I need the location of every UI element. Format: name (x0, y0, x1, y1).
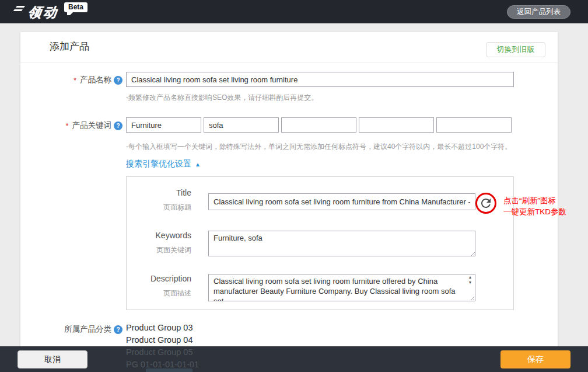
product-name-label: 产品名称 (80, 75, 111, 85)
product-group-item[interactable]: Product Group 03 (126, 322, 199, 334)
seo-settings-toggle-label: 搜索引擎优化设置 (126, 159, 191, 169)
keyword-input-3[interactable] (281, 117, 356, 133)
seo-settings-toggle[interactable]: 搜索引擎优化设置 ▲ (126, 159, 201, 169)
seo-keywords-label: Keywords (127, 231, 191, 240)
product-name-hint: -频繁修改产品名称直接影响SEO效果，请仔细斟酌后再提交。 (126, 93, 318, 103)
help-icon[interactable]: ? (114, 76, 123, 85)
seo-title-sublabel: 页面标题 (127, 203, 191, 213)
keyword-inputs-row (126, 117, 514, 133)
save-button[interactable]: 保存 (501, 350, 570, 368)
textarea-scrollbar[interactable]: ▲ ▼ (466, 275, 474, 296)
refresh-highlight-circle (475, 193, 496, 214)
screen: 领动 Beta 返回产品列表 添加产品 切换到旧版 * 产品名称 ? -频繁修改… (0, 0, 588, 372)
product-name-input[interactable] (126, 72, 514, 87)
top-header: 领动 Beta 返回产品列表 (0, 0, 588, 23)
seo-keywords-sublabel: 页面关键词 (127, 245, 191, 255)
product-keywords-label: 产品关键词 (72, 120, 112, 131)
keyword-input-4[interactable] (359, 117, 434, 133)
product-name-label-row: * 产品名称 ? (47, 75, 123, 85)
page-title: 添加产品 (50, 40, 89, 53)
product-group-list: Product Group 03 Product Group 04 Produc… (126, 322, 199, 371)
keywords-hint: -每个输入框填写一个关键词，除特殊写法外，单词之间无需添加任何标点符号，建议40… (126, 142, 512, 152)
cancel-button[interactable]: 取消 (18, 350, 88, 368)
seo-description-label: Description (127, 274, 191, 283)
help-icon[interactable]: ? (114, 325, 123, 334)
product-group-item[interactable]: Product Group 04 (126, 334, 199, 346)
collapse-arrow-icon: ▲ (195, 161, 201, 168)
seo-description-field: Classical living room sofa set living ro… (208, 274, 475, 301)
product-keywords-label-row: * 产品关键词 ? (35, 120, 123, 131)
partially-hidden-group-highlight (146, 368, 192, 372)
beta-badge: Beta (64, 2, 88, 12)
logo-speedline-icon (16, 6, 25, 8)
seo-title-label: Title (127, 188, 191, 197)
annotation-text: 点击“刷新”图标 一键更新TKD参数 (503, 195, 588, 217)
annotation-line-2: 一键更新TKD参数 (503, 206, 588, 217)
scroll-up-icon[interactable]: ▲ (468, 275, 473, 280)
refresh-icon[interactable] (479, 196, 493, 210)
seo-keywords-textarea[interactable]: Furniture, sofa (208, 231, 475, 256)
card-header-divider (20, 62, 558, 63)
product-category-label-row: 所属产品分类 ? (35, 324, 123, 335)
required-asterisk: * (65, 121, 68, 130)
product-category-label: 所属产品分类 (64, 324, 111, 335)
keyword-input-5[interactable] (436, 117, 512, 133)
help-icon[interactable]: ? (114, 121, 123, 130)
seo-description-sublabel: 页面描述 (127, 288, 191, 298)
keyword-input-1[interactable] (126, 117, 201, 133)
product-group-item[interactable]: Product Group 05 (126, 346, 199, 359)
seo-description-textarea[interactable]: Classical living room sofa set living ro… (208, 274, 475, 301)
logo-text: 领动 (27, 4, 60, 22)
app-logo: 领动 Beta (16, 4, 88, 22)
required-asterisk: * (74, 76, 76, 85)
seo-title-input[interactable] (208, 193, 475, 210)
seo-panel: Title 页面标题 点击“刷新”图标 一键更新TKD参数 Keywords 页… (126, 176, 514, 310)
back-to-product-list-button[interactable]: 返回产品列表 (507, 5, 570, 19)
scroll-down-icon[interactable]: ▼ (468, 280, 473, 285)
switch-to-old-version-button[interactable]: 切换到旧版 (486, 42, 545, 57)
annotation-line-1: 点击“刷新”图标 (503, 195, 588, 206)
keyword-input-2[interactable] (204, 117, 279, 133)
bottom-action-bar (0, 346, 588, 372)
